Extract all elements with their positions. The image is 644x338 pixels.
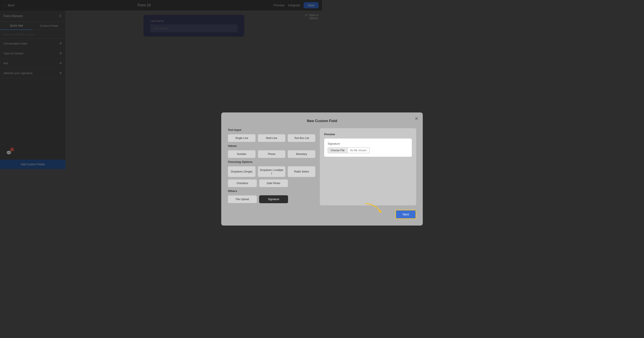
text-box-list-button[interactable]: Text Box List (288, 134, 316, 142)
modal-title: New Custom Field (228, 119, 322, 123)
modal-left: Text Input Single Line Multi Line Text B… (228, 128, 316, 169)
multi-line-button[interactable]: Multi Line (258, 134, 286, 142)
section-title-choosing-options: Choosing Options (228, 160, 316, 164)
radio-select-button[interactable]: Radio Select (288, 166, 316, 169)
text-input-row: Single Line Multi Line Text Box List (228, 134, 316, 142)
modal-overlay: New Custom Field ✕ Text Input Single Lin… (0, 0, 322, 169)
dropdown-single-button[interactable]: Dropdown (Single) (228, 166, 256, 169)
dropdown-multiple-button[interactable]: Dropdown ( multiple ) (258, 166, 286, 169)
modal: New Custom Field ✕ Text Input Single Lin… (221, 112, 322, 169)
single-line-button[interactable]: Single Line (228, 134, 256, 142)
values-row: Number Phone Monetary (228, 150, 316, 158)
modal-body: Text Input Single Line Multi Line Text B… (228, 128, 322, 169)
phone-button[interactable]: Phone (258, 150, 286, 158)
modal-right: Preview Signature Choose File No file ch… (320, 128, 322, 169)
section-title-text-input: Text Input (228, 128, 316, 132)
choosing-options-row1: Dropdown (Single) Dropdown ( multiple ) … (228, 166, 316, 169)
section-title-values: Values (228, 144, 316, 148)
monetary-button[interactable]: Monetary (288, 150, 316, 158)
number-button[interactable]: Number (228, 150, 256, 158)
